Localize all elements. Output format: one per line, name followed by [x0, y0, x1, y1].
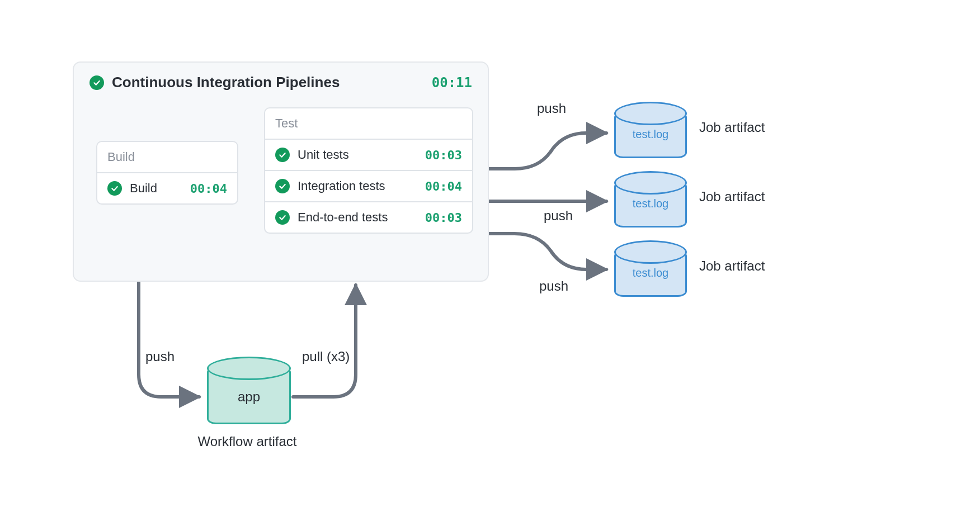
push-label-build: push	[145, 349, 175, 364]
panel-title-wrap: Continuous Integration Pipelines	[89, 74, 340, 91]
job-artifact-file-3: test.log	[616, 267, 685, 279]
stage-test-title: Test	[265, 108, 472, 139]
job-row-integration-tests: Integration tests 00:04	[265, 170, 472, 201]
job-integration-time: 00:04	[425, 179, 462, 193]
job-unit-name: Unit tests	[298, 148, 417, 162]
cylinder-top	[614, 102, 687, 125]
workflow-artifact-name: app	[209, 389, 289, 405]
cylinder-top	[614, 171, 687, 195]
job-artifact-file-2: test.log	[616, 197, 685, 210]
job-integration-name: Integration tests	[298, 179, 417, 193]
pull-label-test: pull (x3)	[302, 349, 350, 364]
job-artifact-cylinder-2: test.log	[614, 181, 687, 227]
job-artifact-file-1: test.log	[616, 128, 685, 141]
success-icon	[275, 179, 290, 193]
job-artifact-caption-2: Job artifact	[699, 189, 765, 205]
job-artifact-cylinder-1: test.log	[614, 112, 687, 158]
job-artifact-cylinder-3: test.log	[614, 250, 687, 297]
workflow-artifact-caption: Workflow artifact	[186, 434, 309, 449]
job-build-time: 00:04	[190, 182, 227, 196]
cylinder-top	[207, 357, 291, 380]
success-icon	[275, 210, 290, 225]
job-artifact-caption-1: Job artifact	[699, 120, 765, 135]
panel-header: Continuous Integration Pipelines 00:11	[74, 63, 488, 96]
job-row-unit-tests: Unit tests 00:03	[265, 139, 472, 170]
workflow-artifact-cylinder: app	[207, 367, 291, 424]
push-label-3: push	[539, 278, 568, 294]
job-row-e2e-tests: End-to-end tests 00:03	[265, 201, 472, 233]
push-label-2: push	[544, 208, 573, 224]
job-build-name: Build	[130, 181, 182, 196]
job-artifact-caption-3: Job artifact	[699, 258, 765, 274]
cylinder-top	[614, 240, 687, 264]
job-e2e-name: End-to-end tests	[298, 210, 417, 225]
pipeline-title: Continuous Integration Pipelines	[112, 74, 340, 91]
diagram-stage: Continuous Integration Pipelines 00:11 B…	[0, 0, 980, 512]
success-icon	[275, 148, 290, 162]
stage-card-build: Build Build 00:04	[96, 141, 238, 205]
job-unit-time: 00:03	[425, 148, 462, 162]
success-icon	[107, 181, 122, 196]
push-label-1: push	[537, 101, 566, 116]
pipeline-total-time: 00:11	[432, 75, 472, 91]
job-e2e-time: 00:03	[425, 211, 462, 225]
stage-build-title: Build	[97, 142, 237, 172]
stage-card-test: Test Unit tests 00:03 Integration tests …	[264, 107, 473, 234]
success-icon	[89, 75, 104, 90]
job-row-build: Build 00:04	[97, 172, 237, 203]
pipeline-panel: Continuous Integration Pipelines 00:11 B…	[73, 61, 489, 282]
